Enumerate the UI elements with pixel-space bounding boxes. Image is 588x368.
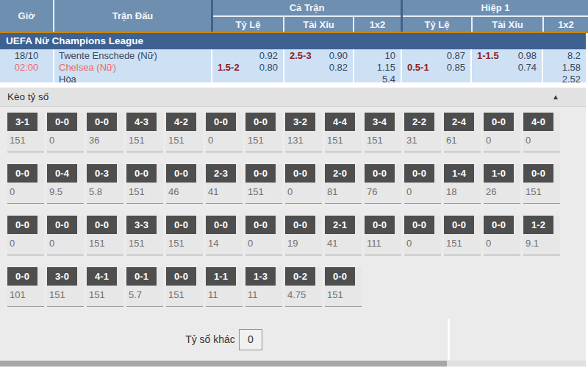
score-label: 3-2 (285, 113, 315, 131)
ft-handicap-away-odds[interactable]: 1.5-2 0.80 (212, 62, 283, 74)
h1-under-odds[interactable]: 0.74 (472, 62, 542, 74)
score-bet-cell[interactable]: 0-00 (7, 164, 44, 204)
score-label: 0-0 (484, 113, 514, 131)
score-label: 4-3 (126, 113, 157, 131)
score-bet-cell[interactable]: 0-046 (166, 164, 203, 204)
column-group-first-half: Hiệp 1 Tỷ Lệ Tài Xỉu 1x2 (401, 0, 588, 32)
score-bet-cell[interactable]: 4-1151 (87, 267, 123, 307)
score-label: 0-0 (126, 164, 157, 183)
score-bet-cell[interactable]: 3-2131 (285, 113, 322, 152)
score-odds: 0 (47, 135, 84, 146)
score-odds: 11 (206, 289, 243, 300)
score-label: 0-4 (47, 164, 77, 183)
score-bet-cell[interactable]: 3-0151 (47, 267, 84, 307)
score-bet-cell[interactable]: 0-00 (285, 164, 322, 204)
score-bet-cell[interactable]: 0-0151 (245, 164, 282, 204)
ft-over-odds[interactable]: 2.5-3 0.90 (284, 50, 353, 62)
h1-1x2-draw-odds[interactable]: 2.52 (543, 74, 586, 85)
score-bet-cell[interactable]: 4-00 (523, 113, 560, 152)
score-bet-cell[interactable]: 4-2151 (166, 113, 203, 152)
score-bet-cell[interactable]: 4-4151 (325, 113, 362, 152)
away-team-name[interactable]: Chelsea (Nữ) (59, 62, 211, 74)
score-bet-cell[interactable]: 0-24.75 (285, 267, 322, 307)
score-bet-cell[interactable]: 0-019 (285, 216, 322, 255)
score-bet-cell[interactable]: 0-00 (7, 216, 44, 255)
score-bet-cell[interactable]: 0-0151 (166, 267, 203, 307)
score-label: 0-0 (325, 267, 355, 286)
score-label: 1-0 (484, 164, 514, 183)
score-bet-cell[interactable]: 2-461 (444, 113, 481, 152)
score-bet-cell[interactable]: 0-49.5 (47, 164, 84, 204)
score-bet-cell[interactable]: 0-0151 (166, 216, 203, 255)
other-score-label: Tỷ số khác (185, 333, 235, 345)
correct-score-panel: 3-11510-000-0364-31514-21510-000-01513-2… (0, 107, 586, 361)
score-bet-cell[interactable]: 0-014 (206, 216, 243, 255)
score-bet-cell[interactable]: 2-231 (404, 113, 441, 152)
score-bet-cell[interactable]: 2-141 (325, 216, 362, 255)
score-bet-cell[interactable]: 1-418 (444, 164, 481, 204)
score-bet-cell[interactable]: 0-0151 (444, 216, 481, 255)
score-odds: 31 (404, 135, 441, 146)
correct-score-section-header[interactable]: Kèo tỷ số ▲ (0, 88, 586, 107)
score-odds: 151 (87, 238, 123, 249)
score-bet-cell[interactable]: 0-0151 (126, 164, 163, 204)
score-bet-cell[interactable]: 0-00 (47, 113, 84, 152)
score-bet-cell[interactable]: 3-4151 (365, 113, 401, 152)
score-bet-cell[interactable]: 0-00 (404, 216, 441, 255)
ft-1x2-home-odds[interactable]: 10 (354, 50, 401, 62)
score-bet-cell[interactable]: 0-076 (365, 164, 401, 204)
score-bet-cell[interactable]: 0-15.7 (126, 267, 163, 307)
score-bet-cell[interactable]: 0-0111 (365, 216, 401, 255)
h1-over-odds[interactable]: 1-1.5 0.98 (472, 50, 542, 62)
score-bet-cell[interactable]: 1-29.1 (523, 216, 560, 255)
score-label: 0-0 (206, 216, 236, 234)
ft-handicap-home-odds[interactable]: 0.92 (212, 50, 283, 62)
h1-handicap-home-odds[interactable]: 0.87 (402, 50, 470, 62)
horizontal-scrollbar-thumb[interactable] (0, 361, 447, 367)
score-grid-row: 3-11510-000-0364-31514-21510-000-01513-2… (7, 113, 586, 164)
ft-1x2-away-odds[interactable]: 1.15 (354, 62, 401, 74)
score-bet-cell[interactable]: 4-3151 (126, 113, 163, 152)
collapse-arrow-icon[interactable]: ▲ (552, 88, 559, 107)
score-bet-cell[interactable]: 3-1151 (7, 113, 44, 152)
score-bet-cell[interactable]: 0-036 (87, 113, 123, 152)
other-score-value-box[interactable]: 0 (239, 329, 262, 350)
score-bet-cell[interactable]: 0-0151 (523, 164, 560, 204)
home-team-name[interactable]: Twente Enschede (Nữ) (59, 50, 211, 62)
score-bet-cell[interactable]: 0-00 (206, 113, 243, 152)
score-bet-cell[interactable]: 0-00 (404, 164, 441, 204)
score-bet-cell[interactable]: 1-311 (245, 267, 282, 307)
score-bet-cell[interactable]: 0-0151 (245, 113, 282, 152)
h1-1x2-home-odds[interactable]: 8.2 (543, 50, 586, 62)
h1-handicap-away-odds[interactable]: 0.5-1 0.85 (402, 62, 470, 74)
score-bet-cell[interactable]: 2-341 (206, 164, 243, 204)
score-bet-cell[interactable]: 0-00 (245, 216, 282, 255)
horizontal-scrollbar[interactable] (0, 361, 586, 367)
score-label: 3-3 (126, 216, 157, 234)
ft-under-odds[interactable]: 0.82 (284, 62, 353, 74)
score-bet-cell[interactable]: 0-0101 (7, 267, 44, 307)
score-odds: 26 (484, 186, 520, 197)
score-grid-row: 0-000-49.50-35.80-01510-0462-3410-01510-… (7, 164, 586, 216)
score-bet-cell[interactable]: 0-0151 (87, 216, 123, 255)
ft-over-under-cell: 2.5-3 0.90 0.82 (283, 49, 353, 82)
score-bet-cell[interactable]: 2-081 (325, 164, 362, 204)
h1-1x2-away-odds[interactable]: 1.58 (543, 62, 586, 74)
score-label: 2-2 (404, 113, 434, 131)
column-header-time: Giờ (0, 0, 53, 32)
score-bet-cell[interactable]: 1-026 (484, 164, 520, 204)
score-bet-cell[interactable]: 0-00 (47, 216, 84, 255)
score-bet-cell[interactable]: 0-00 (484, 113, 520, 152)
score-bet-cell[interactable]: 0-35.8 (87, 164, 123, 204)
score-label: 0-0 (87, 113, 117, 131)
score-bet-cell[interactable]: 3-3151 (126, 216, 163, 255)
ft-handicap-line: 1.5-2 (218, 62, 240, 74)
score-bet-cell[interactable]: 0-0151 (325, 267, 362, 307)
odds-table-header: Giờ Trận Đấu Cả Trận Tỷ Lệ Tài Xỉu 1x2 H… (0, 0, 588, 33)
score-odds: 11 (245, 289, 282, 300)
score-bet-cell[interactable]: 0-00 (484, 216, 520, 255)
score-label: 3-4 (365, 113, 395, 131)
score-bet-cell[interactable]: 1-111 (206, 267, 243, 307)
score-label: 3-0 (47, 267, 77, 286)
ft-1x2-draw-odds[interactable]: 5.4 (354, 74, 401, 85)
